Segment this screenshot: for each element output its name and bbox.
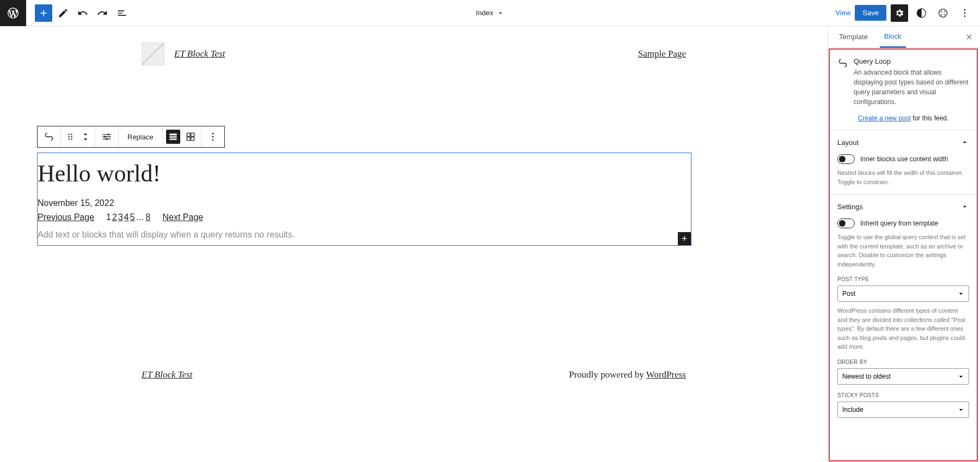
query-loop-block[interactable]: Hello world! November 15, 2022 Previous … bbox=[37, 153, 691, 246]
edit-tool-button[interactable] bbox=[54, 4, 72, 22]
svg-point-5 bbox=[71, 134, 72, 136]
settings-panel: Settings Inherit query from template Tog… bbox=[830, 194, 977, 425]
svg-point-1 bbox=[964, 9, 966, 10]
nav-link-sample-page[interactable]: Sample Page bbox=[638, 48, 686, 59]
svg-point-22 bbox=[212, 139, 213, 141]
svg-rect-13 bbox=[169, 133, 176, 135]
wordpress-logo[interactable] bbox=[0, 0, 26, 26]
next-page-link[interactable]: Next Page bbox=[163, 212, 204, 222]
settings-sidebar: Template Block Query Loop An advanced bl… bbox=[828, 26, 980, 462]
previous-page-link[interactable]: Previous Page bbox=[38, 212, 94, 222]
site-title[interactable]: ET Block Test bbox=[174, 48, 225, 59]
block-info-panel: Query Loop An advanced block that allows… bbox=[830, 50, 977, 130]
post-type-label: POST TYPE bbox=[837, 276, 969, 282]
site-logo-placeholder[interactable] bbox=[142, 42, 164, 65]
toolbar-right-group: View Save bbox=[835, 4, 980, 22]
footer-site-title[interactable]: ET Block Test bbox=[142, 369, 193, 380]
replace-button[interactable]: Replace bbox=[124, 133, 157, 141]
svg-rect-19 bbox=[191, 137, 194, 141]
wordpress-link[interactable]: WordPress bbox=[646, 369, 686, 380]
settings-sliders-icon[interactable] bbox=[101, 131, 113, 143]
svg-point-20 bbox=[212, 133, 213, 135]
layout-list-icon[interactable] bbox=[166, 130, 180, 144]
layout-help-text: Nested blocks will fill the width of thi… bbox=[837, 168, 969, 186]
tab-block[interactable]: Block bbox=[880, 26, 906, 48]
svg-point-2 bbox=[964, 12, 966, 14]
no-results-placeholder[interactable]: Add text or blocks that will display whe… bbox=[38, 230, 691, 245]
site-footer: ET Block Test Proudly powered by WordPre… bbox=[0, 369, 828, 380]
svg-point-0 bbox=[939, 9, 947, 17]
create-new-post-link[interactable]: Create a new post bbox=[858, 114, 911, 122]
sticky-posts-label: STICKY POSTS bbox=[837, 392, 969, 398]
svg-point-8 bbox=[68, 138, 70, 139]
svg-point-11 bbox=[104, 136, 106, 137]
undo-button[interactable] bbox=[74, 4, 91, 22]
more-options-button[interactable] bbox=[956, 4, 973, 22]
site-header: ET Block Test Sample Page bbox=[0, 26, 828, 82]
inner-blocks-width-toggle[interactable] bbox=[837, 154, 855, 164]
inherit-query-help: Toggle to use the global query context t… bbox=[837, 233, 969, 269]
chevron-up-icon bbox=[960, 138, 969, 147]
footer-credit: Proudly powered by WordPress bbox=[569, 369, 686, 380]
post-type-help: WordPress contains different types of co… bbox=[837, 306, 969, 351]
help-button[interactable] bbox=[934, 4, 952, 22]
editor-canvas: ET Block Test Sample Page Replace Hello … bbox=[0, 26, 828, 462]
svg-point-3 bbox=[964, 15, 966, 17]
query-loop-icon bbox=[837, 58, 848, 69]
sidebar-tabs: Template Block bbox=[828, 26, 980, 48]
template-selector[interactable]: Index bbox=[476, 9, 504, 17]
pagination-numbers[interactable]: 1 2 3 4 5 … 8 bbox=[106, 212, 150, 222]
svg-point-9 bbox=[71, 138, 72, 139]
block-description: An advanced block that allows displaying… bbox=[854, 68, 969, 107]
drag-handle-icon[interactable] bbox=[64, 131, 76, 143]
post-type-select[interactable]: Post bbox=[837, 285, 969, 302]
close-sidebar-button[interactable] bbox=[964, 32, 975, 42]
svg-point-6 bbox=[68, 136, 70, 138]
add-block-button[interactable] bbox=[35, 4, 52, 22]
create-post-hint: Create a new post for this feed. bbox=[837, 114, 969, 122]
block-name: Query Loop bbox=[854, 57, 969, 65]
svg-rect-14 bbox=[169, 136, 176, 138]
redo-button[interactable] bbox=[94, 4, 111, 22]
block-toolbar: Replace bbox=[37, 126, 225, 148]
toolbar-left-group bbox=[26, 4, 131, 22]
svg-point-7 bbox=[71, 136, 72, 138]
view-link[interactable]: View bbox=[835, 9, 850, 17]
pagination: Previous Page 1 2 3 4 5 … 8 Next Page bbox=[38, 210, 691, 230]
svg-rect-16 bbox=[187, 133, 190, 136]
tab-template[interactable]: Template bbox=[835, 26, 872, 48]
list-view-button[interactable] bbox=[113, 4, 131, 22]
settings-button[interactable] bbox=[891, 4, 908, 22]
svg-rect-17 bbox=[191, 133, 194, 136]
svg-point-10 bbox=[108, 133, 109, 135]
layout-grid-icon[interactable] bbox=[183, 130, 198, 144]
chevron-up-icon bbox=[960, 202, 969, 211]
move-arrows-icon[interactable] bbox=[79, 131, 91, 143]
template-name: Index bbox=[476, 9, 493, 17]
svg-rect-15 bbox=[169, 138, 176, 140]
block-more-options-icon[interactable] bbox=[207, 131, 219, 143]
order-by-label: ORDER BY bbox=[837, 359, 969, 365]
svg-point-21 bbox=[212, 136, 213, 138]
svg-point-4 bbox=[68, 134, 70, 136]
svg-rect-18 bbox=[187, 137, 190, 141]
order-by-select[interactable]: Newest to oldest bbox=[837, 368, 969, 385]
top-toolbar: Index View Save bbox=[0, 0, 980, 26]
styles-button[interactable] bbox=[912, 4, 930, 22]
post-date[interactable]: November 15, 2022 bbox=[38, 194, 691, 210]
chevron-down-icon bbox=[497, 9, 504, 17]
svg-point-12 bbox=[106, 138, 107, 140]
inherit-query-toggle[interactable] bbox=[837, 218, 855, 228]
sticky-posts-select[interactable]: Include bbox=[837, 402, 969, 418]
layout-panel: Layout Inner blocks use content width Ne… bbox=[830, 130, 977, 194]
add-block-inline-button[interactable]: + bbox=[678, 232, 691, 245]
post-title[interactable]: Hello world! bbox=[38, 160, 691, 194]
save-button[interactable]: Save bbox=[855, 5, 886, 21]
query-loop-icon[interactable] bbox=[43, 131, 55, 143]
layout-panel-toggle[interactable]: Layout bbox=[837, 138, 969, 147]
settings-panel-toggle[interactable]: Settings bbox=[837, 202, 969, 211]
